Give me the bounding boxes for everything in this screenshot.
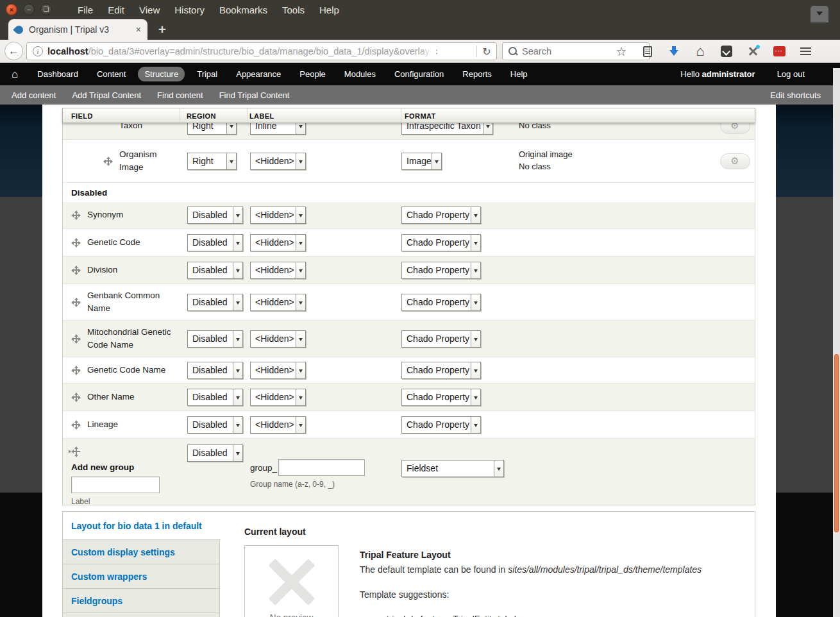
drag-handle-icon[interactable] — [71, 298, 81, 307]
format-select[interactable]: Chado Property — [401, 389, 481, 406]
drag-handle-icon[interactable] — [71, 210, 81, 220]
edit-shortcuts-link[interactable]: Edit shortcuts — [770, 90, 821, 100]
logout-link[interactable]: Log out — [777, 69, 805, 79]
vtab-layout[interactable]: Layout for bio data 1 in default — [63, 512, 221, 540]
group-format-select[interactable]: Fieldset — [401, 460, 504, 477]
group-label-input[interactable] — [71, 477, 160, 493]
bookmark-star-icon[interactable]: ☆ — [615, 45, 628, 58]
drag-handle-icon[interactable] — [71, 334, 81, 344]
group-machine-name-input[interactable] — [278, 459, 365, 476]
label-select[interactable]: <Hidden> — [250, 362, 306, 379]
menu-view[interactable]: View — [139, 4, 160, 15]
chevron-down-icon — [296, 417, 305, 433]
region-select[interactable]: Right — [187, 153, 237, 170]
toolbar-item-modules[interactable]: Modules — [338, 67, 382, 81]
page-info-icon[interactable]: i — [33, 46, 43, 56]
scrollbar-thumb[interactable] — [834, 354, 839, 532]
label-select[interactable]: <Hidden> — [250, 416, 306, 434]
vtab-custom-display-settings[interactable]: Custom display settings — [63, 540, 219, 564]
pocket-icon[interactable] — [720, 45, 733, 58]
format-select[interactable]: Chado Property — [401, 262, 481, 279]
chevron-down-icon — [494, 461, 503, 477]
window-menubar: × – ❏ File Edit View History Bookmarks T… — [0, 0, 840, 19]
label-select[interactable]: <Hidden> — [250, 234, 306, 251]
region-select[interactable]: Disabled — [187, 207, 243, 224]
region-select[interactable]: Disabled — [187, 330, 243, 348]
menu-hamburger-icon[interactable] — [799, 45, 812, 58]
drag-handle-icon[interactable] — [71, 420, 81, 430]
region-select[interactable]: Disabled — [187, 416, 243, 434]
menu-bookmarks[interactable]: Bookmarks — [219, 4, 267, 15]
drag-handle-icon[interactable] — [71, 366, 81, 375]
reload-button[interactable]: ↻ — [477, 46, 496, 58]
shortcut-add-tripal-content[interactable]: Add Tripal Content — [72, 90, 141, 100]
format-select[interactable]: Chado Property — [401, 416, 481, 434]
addon-icon[interactable]: ··· — [773, 45, 785, 58]
format-select[interactable]: Chado Property — [401, 234, 481, 251]
url-bar[interactable]: i localhost/bio_data/3#overlay=admin/str… — [26, 42, 497, 60]
region-select[interactable]: Disabled — [187, 262, 243, 279]
menu-history[interactable]: History — [174, 4, 205, 15]
toolbar-item-help[interactable]: Help — [504, 67, 534, 81]
format-select[interactable]: Chado Property — [401, 207, 481, 224]
format-select[interactable]: Chado Property — [401, 362, 481, 379]
home-icon[interactable]: ⌂ — [694, 45, 707, 58]
vtab-partial[interactable] — [63, 613, 219, 617]
machine-name-hint: Group name (a-z, 0-9, _) — [250, 480, 401, 489]
label-select[interactable]: <Hidden> — [250, 153, 306, 170]
vtab-custom-wrappers[interactable]: Custom wrappers — [63, 564, 219, 589]
region-select[interactable]: Disabled — [187, 389, 243, 406]
label-select[interactable]: <Hidden> — [250, 330, 306, 348]
screenshot-extension-icon[interactable] — [746, 45, 759, 58]
tab-close-icon[interactable]: × — [136, 24, 141, 35]
region-select[interactable]: Disabled — [187, 444, 243, 462]
scrollbar-track[interactable] — [833, 68, 840, 617]
new-tab-button[interactable]: + — [153, 22, 172, 37]
browser-tab[interactable]: Organism | Tripal v3 × — [8, 19, 147, 40]
window-minimize-button[interactable]: – — [23, 4, 35, 15]
back-button[interactable]: ← — [4, 42, 23, 60]
toolbar-item-appearance[interactable]: Appearance — [230, 67, 287, 81]
window-maximize-button[interactable]: ❏ — [40, 4, 52, 15]
label-select[interactable]: <Hidden> — [250, 294, 306, 311]
drag-handle-icon[interactable] — [71, 238, 81, 248]
format-select[interactable]: Chado Property — [401, 330, 481, 348]
admin-overlay: FIELD REGION LABEL FORMAT Taxon Right In… — [42, 105, 776, 617]
drag-handle-icon[interactable] — [103, 156, 113, 166]
drag-handle-icon[interactable] — [71, 393, 81, 402]
menu-edit[interactable]: Edit — [108, 4, 124, 15]
region-select[interactable]: Disabled — [187, 294, 243, 311]
toolbar-item-tripal[interactable]: Tripal — [190, 67, 224, 81]
menu-file[interactable]: File — [78, 4, 93, 15]
drag-handle-icon[interactable] — [71, 266, 81, 275]
toolbar-item-dashboard[interactable]: Dashboard — [31, 67, 85, 81]
region-select[interactable]: Disabled — [187, 362, 243, 379]
window-close-button[interactable]: × — [6, 4, 17, 15]
downloads-icon[interactable] — [668, 45, 680, 58]
menu-tools[interactable]: Tools — [282, 4, 305, 15]
toolbar-item-content[interactable]: Content — [90, 67, 133, 81]
toolbar-item-people[interactable]: People — [293, 67, 332, 81]
region-select[interactable]: Disabled — [187, 234, 243, 251]
format-select[interactable]: Image — [401, 153, 442, 170]
toolbar-toggle-button[interactable] — [811, 6, 828, 22]
toolbar-item-reports[interactable]: Reports — [456, 67, 498, 81]
format-select[interactable]: Chado Property — [401, 294, 481, 311]
chevron-down-icon — [233, 294, 242, 310]
toolbar-item-structure[interactable]: Structure — [138, 67, 185, 81]
bookmarks-menu-icon[interactable] — [641, 45, 654, 58]
add-new-group-title: Add new group — [71, 462, 180, 472]
chevron-down-icon — [296, 331, 305, 347]
field-display-table: Taxon Right Inline Infraspecific Taxon N… — [62, 112, 755, 505]
label-select[interactable]: <Hidden> — [250, 262, 306, 279]
shortcut-add-content[interactable]: Add content — [12, 90, 56, 100]
shortcut-find-tripal-content[interactable]: Find Tripal Content — [219, 90, 290, 100]
admin-home-icon[interactable]: ⌂ — [12, 68, 18, 81]
format-settings-button[interactable]: ⚙ — [720, 153, 750, 169]
toolbar-item-configuration[interactable]: Configuration — [388, 67, 450, 81]
menu-help[interactable]: Help — [319, 4, 339, 15]
label-select[interactable]: <Hidden> — [250, 389, 306, 406]
vtab-fieldgroups[interactable]: Fieldgroups — [63, 589, 219, 613]
shortcut-find-content[interactable]: Find content — [157, 90, 203, 100]
label-select[interactable]: <Hidden> — [250, 207, 306, 224]
